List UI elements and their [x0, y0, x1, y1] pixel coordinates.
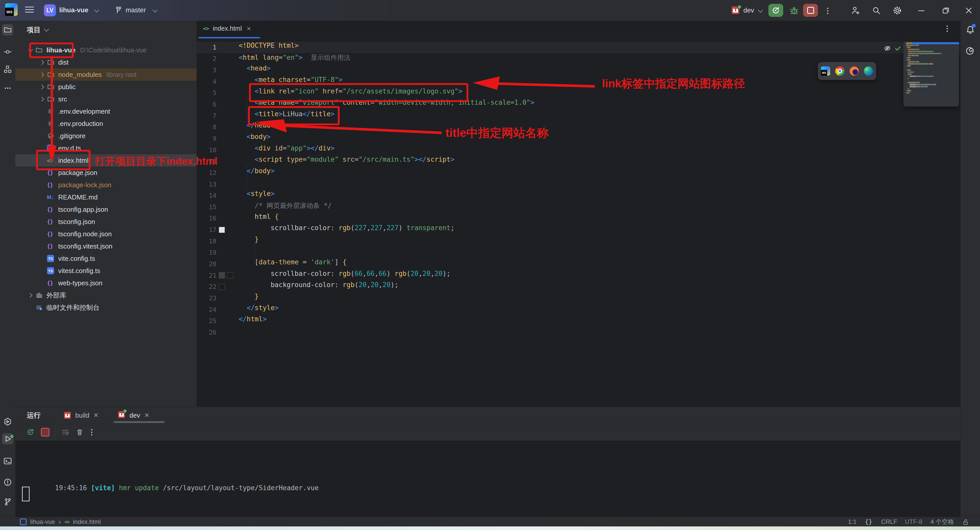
code-line-1[interactable]: <!DOCTYPE html>: [239, 42, 534, 53]
gutter-line-22[interactable]: 22: [197, 281, 237, 292]
gutter-line-12[interactable]: 12: [197, 167, 237, 179]
main-menu-button[interactable]: [25, 5, 34, 14]
tree-item-public[interactable]: public: [15, 81, 197, 93]
tree-item-临时文件和控制台[interactable]: 临时文件和控制台: [15, 302, 197, 314]
tab-dev[interactable]: dev ✕: [118, 411, 150, 420]
json-schema-widget[interactable]: {}: [865, 517, 872, 527]
code-line-4[interactable]: <meta charset="UTF-8">: [239, 76, 534, 87]
panel-drag-handle[interactable]: [114, 421, 165, 423]
rerun-button[interactable]: [26, 428, 35, 436]
code-line-18[interactable]: }: [239, 236, 534, 247]
inspection-widget[interactable]: [881, 43, 904, 53]
gutter-line-24[interactable]: 24: [197, 304, 237, 315]
color-swatch[interactable]: [219, 272, 225, 278]
tree-item-env.d.ts[interactable]: TSenv.d.ts: [15, 142, 197, 154]
console-stop-button[interactable]: [41, 428, 49, 436]
line-separator-widget[interactable]: CRLF: [881, 517, 897, 527]
gutter-line-17[interactable]: 17: [197, 224, 237, 236]
tab-close-icon[interactable]: ✕: [144, 412, 150, 419]
gutter-line-10[interactable]: 10: [197, 144, 237, 156]
tree-item-tsconfig.json[interactable]: {}tsconfig.json: [15, 216, 197, 228]
tree-item-node_modules[interactable]: node_moduleslibrary root: [15, 69, 197, 81]
code-line-7[interactable]: <title>LiHua</title>: [239, 110, 534, 121]
editor-gutter[interactable]: 1234567891011121314151617181920212223242…: [197, 42, 237, 338]
chevron-right-icon[interactable]: [27, 293, 32, 298]
code-line-5[interactable]: <link rel="icon" href="/src/assets/image…: [239, 87, 534, 99]
ai-assistant-icon[interactable]: [965, 46, 975, 56]
minimap[interactable]: [904, 42, 959, 107]
code-line-13[interactable]: [239, 179, 534, 190]
more-actions-button[interactable]: [827, 6, 828, 15]
tree-item-.env.development[interactable]: .env.development: [15, 105, 197, 118]
chevron-right-icon[interactable]: [39, 72, 44, 77]
search-icon[interactable]: [872, 6, 881, 15]
tree-item-package.json[interactable]: {}package.json: [15, 166, 197, 179]
tree-item-tsconfig.node.json[interactable]: {}tsconfig.node.json: [15, 228, 197, 240]
clear-console-icon[interactable]: [75, 428, 84, 436]
project-panel-header[interactable]: 项目: [27, 25, 48, 35]
tree-item-src[interactable]: src: [15, 93, 197, 105]
code-line-12[interactable]: </body>: [239, 167, 534, 179]
settings-gear-icon[interactable]: [892, 6, 902, 15]
color-swatch[interactable]: [219, 284, 225, 290]
problems-tool-button[interactable]: [2, 477, 13, 488]
run-button[interactable]: [768, 4, 783, 17]
firefox-icon[interactable]: [850, 66, 859, 76]
gutter-line-2[interactable]: 2: [197, 53, 237, 65]
gutter-line-8[interactable]: 8: [197, 121, 237, 133]
tree-item-外部库[interactable]: 外部库: [15, 289, 197, 302]
tree-item-lihua-vue[interactable]: lihua-vueD:\Code\lihua\lihua-vue: [15, 44, 197, 56]
breadcrumb-project[interactable]: lihua-vue: [30, 518, 55, 525]
gutter-line-26[interactable]: 26: [197, 327, 237, 338]
tab-build[interactable]: build ✕: [64, 412, 99, 420]
webstorm-preview-icon[interactable]: [821, 66, 830, 76]
minimize-button[interactable]: [916, 6, 926, 15]
code-line-2[interactable]: <html lang="en"> 显示组件用法: [239, 53, 534, 65]
code-line-17[interactable]: scrollbar-color: rgb(227,227,227) transp…: [239, 224, 534, 236]
project-tool-button[interactable]: [2, 24, 13, 35]
chevron-right-icon[interactable]: [39, 85, 44, 89]
breadcrumb-file[interactable]: index.html: [73, 518, 101, 525]
hide-highlights-icon[interactable]: [883, 45, 891, 52]
gutter-line-16[interactable]: 16: [197, 213, 237, 224]
code-line-26[interactable]: [239, 327, 534, 338]
code-line-22[interactable]: background-color: rgb(20,20,20);: [239, 281, 534, 292]
tree-item-web-types.json[interactable]: {}web-types.json: [15, 277, 197, 289]
code-line-19[interactable]: [239, 247, 534, 259]
code-line-6[interactable]: <meta name="viewport" content="width=dev…: [239, 99, 534, 110]
chrome-icon[interactable]: [835, 66, 845, 76]
run-config-selector[interactable]: dev: [743, 6, 754, 14]
gutter-line-25[interactable]: 25: [197, 315, 237, 327]
code-line-24[interactable]: </style>: [239, 304, 534, 315]
services-tool-button[interactable]: [2, 416, 13, 427]
gutter-line-13[interactable]: 13: [197, 179, 237, 190]
chevron-right-icon[interactable]: [39, 60, 44, 65]
color-swatch[interactable]: [219, 227, 225, 233]
code-line-15[interactable]: /* 网页最外层滚动条 */: [239, 201, 534, 213]
gutter-line-20[interactable]: 20: [197, 258, 237, 270]
tree-item-dist[interactable]: dist: [15, 56, 197, 69]
tree-item-.env.production[interactable]: .env.production: [15, 118, 197, 130]
close-button[interactable]: [964, 6, 974, 15]
gutter-line-18[interactable]: 18: [197, 236, 237, 247]
tab-bar-options-button[interactable]: [947, 24, 948, 33]
tree-item-README.md[interactable]: M↓README.md: [15, 191, 197, 203]
tree-item-vitest.config.ts[interactable]: TSvitest.config.ts: [15, 265, 197, 277]
terminal-tool-button[interactable]: [2, 455, 13, 467]
code-line-14[interactable]: <style>: [239, 190, 534, 201]
gutter-line-9[interactable]: 9: [197, 133, 237, 144]
gutter-line-3[interactable]: 3: [197, 64, 237, 76]
no-problems-check-icon[interactable]: [894, 45, 901, 52]
console-output[interactable]: 19:45:16 [vite] hmr update /src/layout/l…: [15, 441, 960, 517]
tree-item-.gitignore[interactable]: .gitignore: [15, 130, 197, 142]
tab-close-icon[interactable]: [246, 26, 252, 32]
caret-position[interactable]: 1:1: [848, 517, 856, 527]
more-tools-button[interactable]: [2, 83, 13, 94]
tree-item-tsconfig.app.json[interactable]: {}tsconfig.app.json: [15, 203, 197, 216]
editor-area[interactable]: <> index.html 12345678910111213141516171…: [197, 21, 960, 407]
gutter-line-4[interactable]: 4: [197, 76, 237, 87]
git-tool-button[interactable]: [2, 496, 13, 508]
stop-button[interactable]: [803, 4, 818, 17]
gutter-line-19[interactable]: 19: [197, 247, 237, 259]
project-avatar[interactable]: LV: [44, 4, 56, 16]
